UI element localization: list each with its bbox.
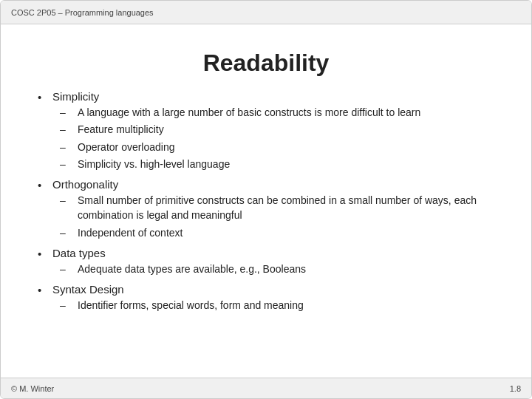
sub-item-text: Simplicity vs. high-level language [78,157,230,171]
sub-list: – Identifier forms, special words, form … [60,298,304,313]
sub-list-item: – Operator overloading [60,140,420,154]
bullet-dot: • [38,179,48,191]
bullet-label: Simplicity [52,90,99,103]
sub-list-item: – Identifier forms, special words, form … [60,298,304,313]
sub-dash: – [60,298,75,313]
sub-item-text: Feature multiplicity [78,122,164,137]
header-bar: COSC 2P05 – Programming languages [1,1,531,24]
bullet-dot: • [38,284,48,296]
sub-item-text: Identifier forms, special words, form an… [78,298,304,313]
slide-container: COSC 2P05 – Programming languages Readab… [0,0,532,399]
footer-page: 1.8 [510,384,521,393]
list-item: • Orthogonality – Small number of primit… [38,178,494,242]
sub-list-item: – A language with a large number of basi… [60,105,420,120]
footer-copyright: © M. Winter [11,384,54,393]
slide-title: Readability [38,50,494,77]
sub-list-item: – Simplicity vs. high-level language [60,157,420,171]
sub-dash: – [60,157,75,171]
sub-item-text: Operator overloading [78,140,175,154]
sub-list-item: – Feature multiplicity [60,122,420,137]
bullet-dot: • [38,91,48,103]
bullet-label: Data types [52,247,106,259]
sub-item-text: A language with a large number of basic … [78,105,420,120]
sub-list-item: – Independent of context [60,225,494,240]
bullet-list: • Simplicity – A language with a large n… [38,90,494,316]
list-item: • Simplicity – A language with a large n… [38,90,494,174]
sub-dash: – [60,105,75,120]
sub-item-text: Independent of context [78,225,183,240]
sub-list-item: – Small number of primitive constructs c… [60,193,494,223]
sub-dash: – [60,122,75,137]
content-area: Readability • Simplicity – A language wi… [23,38,509,327]
list-item: • Data types – Adequate data types are a… [38,247,494,279]
sub-item-text: Adequate data types are available, e.g.,… [78,262,306,276]
sub-list: – Adequate data types are available, e.g… [60,262,306,276]
bullet-dot: • [38,248,48,260]
sub-list: – A language with a large number of basi… [60,105,420,171]
sub-list: – Small number of primitive constructs c… [60,193,494,240]
list-item: • Syntax Design – Identifier forms, spec… [38,283,494,315]
sub-item-text: Small number of primitive constructs can… [78,193,494,223]
sub-list-item: – Adequate data types are available, e.g… [60,262,306,276]
sub-dash: – [60,225,75,240]
sub-dash: – [60,193,75,208]
bullet-label: Syntax Design [52,283,124,296]
sub-dash: – [60,140,75,154]
header-title: COSC 2P05 – Programming languages [11,8,154,17]
footer-bar: © M. Winter 1.8 [1,378,531,398]
sub-dash: – [60,262,75,276]
bullet-label: Orthogonality [52,178,118,191]
